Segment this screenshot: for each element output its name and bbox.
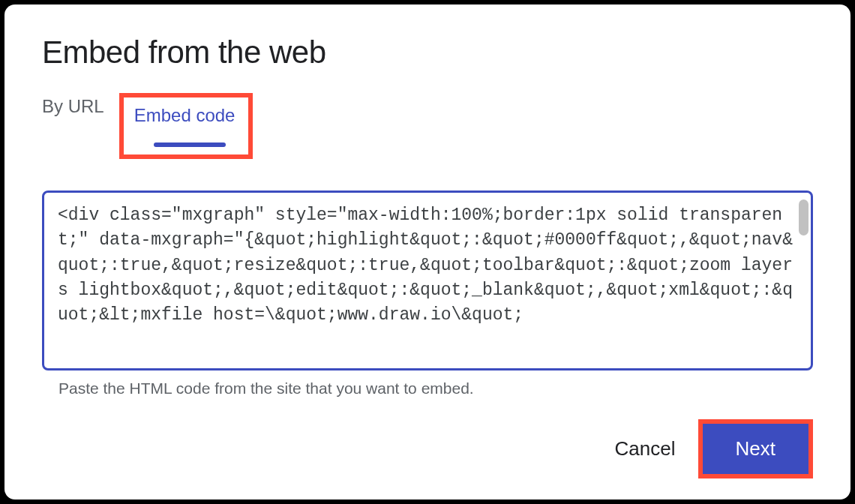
tabs: By URL Embed code xyxy=(42,93,813,159)
annotation-highlight-next: Next xyxy=(698,419,813,478)
embed-dialog: Embed from the web By URL Embed code Pas… xyxy=(4,4,850,500)
helper-text: Paste the HTML code from the site that y… xyxy=(58,380,813,398)
embed-code-input[interactable] xyxy=(42,190,813,370)
tab-by-url[interactable]: By URL xyxy=(42,93,104,159)
next-button[interactable]: Next xyxy=(703,424,808,474)
dialog-title: Embed from the web xyxy=(42,34,813,70)
dialog-actions: Cancel Next xyxy=(606,419,813,478)
scrollbar-thumb[interactable] xyxy=(799,200,808,236)
annotation-highlight-tab: Embed code xyxy=(119,93,254,159)
cancel-button[interactable]: Cancel xyxy=(606,425,685,472)
textarea-wrap xyxy=(42,190,813,374)
tab-embed-code[interactable]: Embed code xyxy=(134,102,236,129)
